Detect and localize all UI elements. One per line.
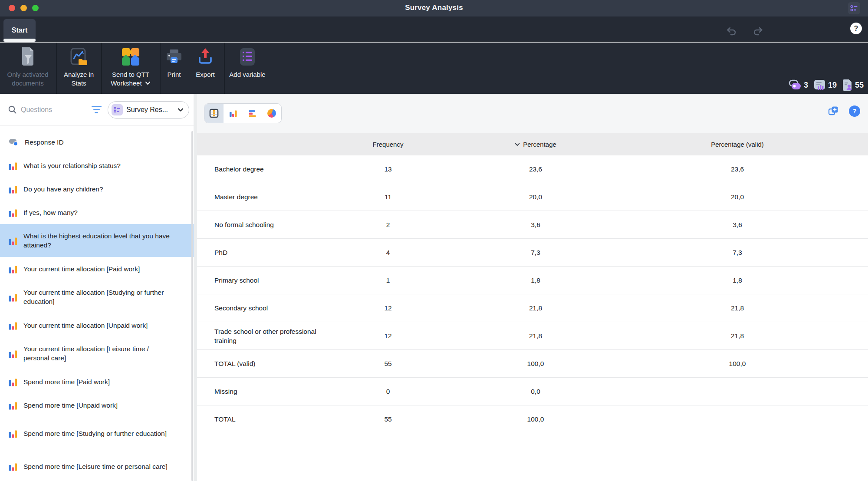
tab-bar: Start ? (0, 16, 868, 42)
row-label: Master degree (197, 192, 336, 201)
table-row-missing: Missing 0 0,0 (197, 378, 868, 405)
redo-button[interactable] (752, 26, 764, 38)
sidebar-item-response-id[interactable]: Response ID (0, 130, 194, 154)
send-to-qtt-worksheet-button[interactable]: Send to QTT Worksheet (102, 43, 159, 94)
row-percentage-valid: 7,3 (640, 249, 835, 257)
pie-chart-icon (267, 109, 276, 118)
question-label: Do you have any children? (23, 184, 103, 194)
header-percentage-valid[interactable]: Percentage (valid) (640, 141, 835, 148)
title-bar: Survey Analysis (0, 0, 868, 16)
question-list: Response ID What is your relationship st… (0, 130, 194, 481)
respondent-document-icon (842, 79, 853, 91)
results-panel: ? Frequency Percentage Percentage (valid… (197, 94, 868, 481)
row-percentage-valid: 1,8 (640, 277, 835, 284)
results-toolbar: ? (197, 94, 868, 133)
table-row: Secondary school 12 21,8 21,8 (197, 294, 868, 322)
row-label: Missing (197, 387, 336, 396)
help-button-blue[interactable]: ? (849, 105, 860, 117)
chart-document-count: 19 (828, 81, 837, 90)
question-label: Spend more time [Unpaid work] (23, 401, 118, 410)
redo-icon (752, 26, 764, 36)
sidebar-header: Survey Res... (0, 94, 194, 126)
row-frequency: 11 (345, 193, 431, 201)
add-variable-button[interactable]: Add variable (225, 43, 270, 94)
table-row: Primary school 1 1,8 1,8 (197, 267, 868, 294)
only-activated-documents-label: Only activated documents (0, 70, 56, 88)
question-label: Your current time allocation [Studying o… (23, 288, 176, 306)
frequency-table: Frequency Percentage Percentage (valid) … (197, 133, 868, 433)
bar-chart-icon (9, 401, 17, 410)
sidebar-scrollbar[interactable] (191, 131, 193, 481)
copy-to-new-icon[interactable] (828, 105, 839, 117)
sidebar-item-question[interactable]: Spend more time [Unpaid work] (0, 393, 194, 417)
view-column-chart-button[interactable] (224, 104, 243, 123)
undo-button[interactable] (726, 26, 738, 38)
row-percentage: 1,8 (431, 277, 640, 284)
respondent-count: 55 (855, 81, 864, 90)
bar-chart-icon (9, 184, 17, 194)
sidebar-item-question[interactable]: Spend more time [Studying or further edu… (0, 417, 194, 450)
sidebar-item-question[interactable]: Spend more time [Leisure time or persona… (0, 450, 194, 481)
filter-icon[interactable] (91, 106, 102, 113)
row-percentage: 0,0 (431, 388, 640, 395)
sidebar-item-question[interactable]: Your current time allocation [Studying o… (0, 280, 194, 313)
search-icon (8, 105, 17, 114)
sidebar-item-question[interactable]: Your current time allocation [Paid work] (0, 257, 194, 280)
header-frequency[interactable]: Frequency (345, 141, 431, 148)
send-to-qtt-worksheet-label: Send to QTT Worksheet (102, 70, 159, 88)
row-percentage: 20,0 (431, 193, 640, 201)
sidebar-item-question-selected[interactable]: What is the highest education level that… (0, 224, 194, 257)
row-label: Secondary school (197, 303, 336, 313)
view-bar-chart-button[interactable] (243, 104, 262, 123)
header-frequency-label: Frequency (373, 141, 404, 148)
bar-chart-icon (9, 429, 17, 438)
tab-active-indicator (3, 39, 36, 42)
row-frequency: 0 (345, 388, 431, 395)
stats-chart-icon (69, 46, 89, 68)
question-search[interactable] (8, 105, 91, 114)
row-percentage: 100,0 (431, 415, 640, 423)
row-percentage-valid: 21,8 (640, 332, 835, 340)
row-label: Primary school (197, 276, 336, 285)
search-input[interactable] (21, 106, 69, 114)
document-filter-icon (19, 46, 37, 68)
table-view-icon (209, 109, 219, 118)
survey-form-button[interactable] (848, 2, 860, 14)
table-row: Bachelor degree 13 23,6 23,6 (197, 155, 868, 183)
bar-chart-icon (9, 236, 17, 245)
sidebar-item-question[interactable]: Spend more time [Paid work] (0, 370, 194, 393)
question-label: Spend more time [Leisure time or persona… (23, 462, 168, 471)
header-percentage-valid-label: Percentage (valid) (711, 141, 764, 148)
status-counters: 3 19 55 (789, 79, 864, 91)
sidebar-item-question[interactable]: If yes, how many? (0, 201, 194, 224)
undo-icon (726, 26, 738, 36)
print-button[interactable]: Print (161, 43, 187, 94)
row-frequency: 55 (345, 415, 431, 423)
table-row-total: TOTAL 55 100,0 (197, 405, 868, 433)
view-table-button[interactable] (204, 104, 224, 123)
header-percentage[interactable]: Percentage (431, 141, 640, 148)
analyze-in-stats-label: Analyze in Stats (57, 70, 101, 88)
sidebar-item-question[interactable]: Your current time allocation [Unpaid wor… (0, 313, 194, 337)
table-row: No formal schooling 2 3,6 3,6 (197, 211, 868, 239)
sidebar-item-question[interactable]: What is your relationship status? (0, 154, 194, 177)
tag-counter: 3 (789, 79, 808, 91)
question-label: Spend more time [Paid work] (23, 377, 110, 386)
row-percentage: 3,6 (431, 221, 640, 229)
row-label: TOTAL (197, 415, 336, 424)
sidebar-item-question[interactable]: Your current time allocation [Leisure ti… (0, 337, 194, 370)
panel-divider (194, 94, 197, 481)
column-chart-icon (228, 109, 238, 118)
only-activated-documents-button[interactable]: Only activated documents (0, 43, 56, 94)
row-frequency: 12 (345, 332, 431, 340)
row-label: PhD (197, 248, 336, 257)
help-button[interactable]: ? (850, 23, 862, 34)
survey-source-dropdown[interactable]: Survey Res... (108, 101, 189, 119)
export-button[interactable]: Export (187, 43, 223, 94)
table-row-total-valid: TOTAL (valid) 55 100,0 100,0 (197, 350, 868, 378)
export-icon (196, 46, 215, 68)
analyze-in-stats-button[interactable]: Analyze in Stats (57, 43, 101, 94)
survey-form-icon (112, 104, 123, 115)
view-pie-chart-button[interactable] (262, 104, 281, 123)
sidebar-item-question[interactable]: Do you have any children? (0, 177, 194, 201)
